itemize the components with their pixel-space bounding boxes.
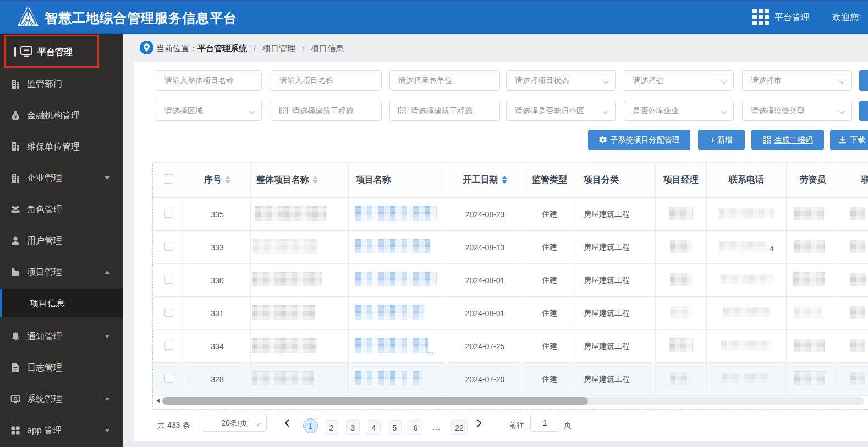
svg-text:⊕: ⊕: [17, 337, 19, 340]
svg-text:¥: ¥: [14, 114, 17, 119]
